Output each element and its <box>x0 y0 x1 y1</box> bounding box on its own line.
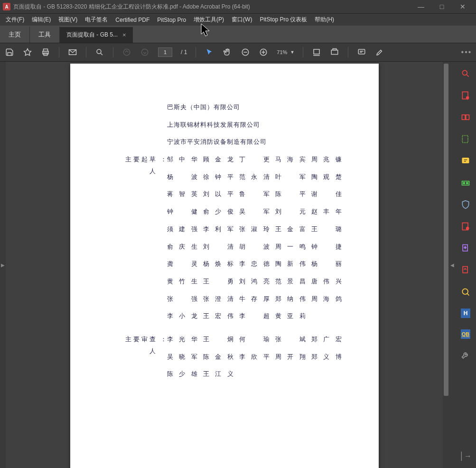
minimize-button[interactable]: — <box>411 0 431 13</box>
person-name: 周一鸣 <box>275 241 306 253</box>
svg-rect-26 <box>466 115 469 120</box>
org-line: 巴斯夫（中国）有限公司 <box>167 102 350 113</box>
select-arrow-icon[interactable] <box>205 47 214 57</box>
svg-point-20 <box>462 70 467 75</box>
drafter-label: 主要起草人 <box>118 154 160 328</box>
more-tools-icon[interactable] <box>460 350 471 361</box>
page-number-input[interactable] <box>158 47 172 57</box>
fit-page-icon[interactable] <box>330 47 339 57</box>
person-name: 陈金秋 <box>203 351 233 363</box>
create-pdf-icon[interactable]: + <box>460 90 471 101</box>
person-name: 王 璐 <box>311 224 342 235</box>
vertical-scrollbar[interactable] <box>443 62 449 468</box>
comment-icon[interactable] <box>357 47 366 57</box>
person-name: 吴 军 <box>239 206 270 218</box>
person-name: 钟 健 <box>167 206 197 218</box>
person-name: 龚 灵 <box>167 258 197 270</box>
person-name: 王宏伟 <box>203 310 233 322</box>
document-viewport[interactable]: 巴斯夫（中国）有限公司上海联锦材料科技发展有限公司宁波市平安消防设备制造有限公司… <box>6 62 443 468</box>
find-icon[interactable] <box>95 47 104 57</box>
collapse-panel-icon[interactable]: │→ <box>460 451 471 461</box>
organize-icon[interactable]: + <box>460 243 471 253</box>
protect-icon[interactable] <box>460 199 471 210</box>
menu-item[interactable]: PitStop Pro 仪表板 <box>256 14 311 26</box>
stamp-icon[interactable]: H <box>461 309 470 318</box>
person-name: 范永清 <box>239 171 270 183</box>
svg-line-38 <box>467 293 469 295</box>
svg-text:+: + <box>464 245 467 250</box>
person-name: 周海鸽 <box>311 293 342 305</box>
tab-document[interactable]: 页面提取自 - GB 5... × <box>60 27 133 43</box>
svg-rect-36 <box>463 267 467 273</box>
close-button[interactable]: ✕ <box>452 0 473 13</box>
search-tool-icon[interactable] <box>460 68 471 79</box>
tab-tools[interactable]: 工具 <box>30 27 60 43</box>
menu-item[interactable]: 文件(F) <box>2 14 28 26</box>
window-title: 页面提取自 - GB 51283-2020 精细化工企业工程设计防火标准.pdf… <box>13 3 411 11</box>
person-name: 李 超 <box>239 310 270 322</box>
svg-point-33 <box>466 227 469 230</box>
svg-rect-27 <box>462 136 468 143</box>
person-name: 须建强 <box>167 224 197 235</box>
zoom-dropdown[interactable]: 71%▼ <box>277 49 294 55</box>
right-panel-toggle[interactable]: ◀ <box>449 62 455 468</box>
zoom-in-icon[interactable] <box>259 47 268 57</box>
person-name: 郑广宏 <box>311 334 342 346</box>
highlight-icon[interactable] <box>375 47 384 57</box>
menu-item[interactable]: 帮助(H) <box>311 14 338 26</box>
person-name: 谢 佳 <box>311 188 342 200</box>
svg-marker-0 <box>24 49 31 56</box>
tab-home[interactable]: 主页 <box>0 27 30 43</box>
person-name: 王金富 <box>275 224 306 235</box>
person-name: 王 勇 <box>203 276 233 288</box>
menu-item[interactable]: 编辑(E) <box>28 14 55 26</box>
person-name: 马海宾 <box>275 154 306 166</box>
svg-rect-15 <box>332 50 338 55</box>
preflight-icon[interactable]: QB <box>461 329 470 339</box>
person-name: 王 炯 <box>203 334 233 346</box>
person-name: 叶 军 <box>275 171 306 183</box>
page-down-icon[interactable] <box>140 47 149 57</box>
person-name: 张澄清 <box>203 293 233 305</box>
person-name: 鲁 军 <box>239 188 270 200</box>
measure-icon[interactable] <box>460 287 471 297</box>
maximize-button[interactable]: □ <box>431 0 452 13</box>
menu-item[interactable]: 视图(V) <box>55 14 81 26</box>
menubar: 文件(F)编辑(E)视图(V)电子签名Certified PDFPitStop … <box>0 13 476 26</box>
export-icon[interactable] <box>460 178 471 188</box>
person-name: 周开翔 <box>275 351 306 363</box>
person-name: 丁 更 <box>239 154 270 166</box>
menu-item[interactable]: 电子签名 <box>81 14 112 26</box>
left-panel-toggle[interactable]: ▶ <box>0 62 6 468</box>
redact-icon[interactable] <box>460 221 471 232</box>
person-name: 刘鸿亮 <box>239 276 270 288</box>
person-name: 郑纳伟 <box>275 293 306 305</box>
menu-item[interactable]: PitStop Pro <box>153 15 190 25</box>
person-name: 牛存厚 <box>239 293 270 305</box>
print-icon[interactable] <box>41 47 50 57</box>
hand-icon[interactable] <box>223 47 232 57</box>
reviewer-label: 主要审查人 <box>118 334 160 386</box>
compress-icon[interactable] <box>460 265 471 275</box>
person-name: 李欣平 <box>239 351 270 363</box>
save-icon[interactable] <box>5 47 14 57</box>
person-name: 陶观楚 <box>311 171 342 183</box>
zoom-out-icon[interactable] <box>241 47 250 57</box>
person-name: 徐钟平 <box>203 171 233 183</box>
menu-item[interactable]: 增效工具(P) <box>190 14 228 26</box>
menu-item[interactable]: Certified PDF <box>112 15 153 25</box>
person-name: 黄竹生 <box>167 276 197 288</box>
email-icon[interactable] <box>68 47 77 57</box>
svg-text:+: + <box>467 97 468 100</box>
more-icon[interactable]: ••• <box>462 47 471 57</box>
edit-pdf-icon[interactable] <box>460 134 471 144</box>
fit-width-icon[interactable] <box>312 47 321 57</box>
menu-item[interactable]: 窗口(W) <box>228 14 256 26</box>
star-icon[interactable] <box>23 47 32 57</box>
person-name: 钟 捷 <box>311 241 342 253</box>
tab-close-icon[interactable]: × <box>122 31 126 38</box>
page-up-icon[interactable] <box>122 47 131 57</box>
combine-icon[interactable] <box>460 112 471 122</box>
scrollbar-thumb[interactable] <box>444 64 448 396</box>
sticky-note-icon[interactable] <box>460 156 471 166</box>
